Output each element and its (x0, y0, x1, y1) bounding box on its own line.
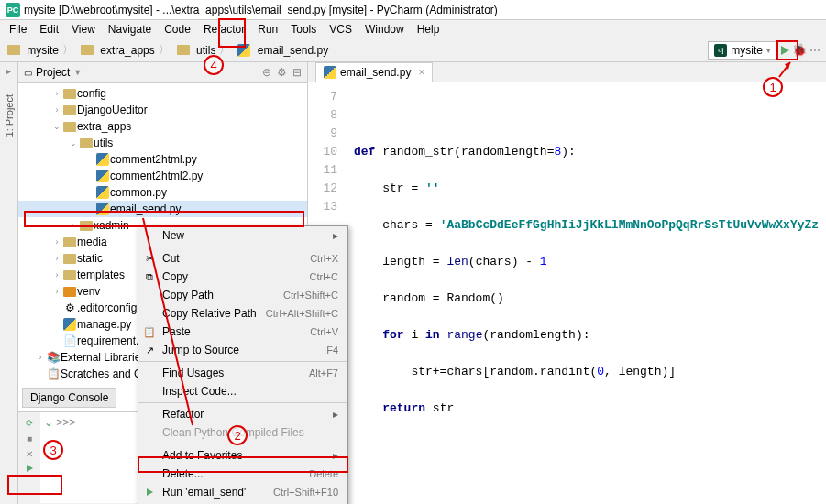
folder-icon: ▭ (24, 68, 32, 78)
ctx-refactor[interactable]: Refactor▸ (138, 405, 347, 423)
python-icon (237, 44, 250, 57)
menu-code[interactable]: Code (159, 21, 196, 38)
ctx-copy-path[interactable]: Copy PathCtrl+Shift+C (138, 286, 347, 304)
menu-edit[interactable]: Edit (34, 21, 64, 38)
paste-icon: 📋 (142, 326, 157, 338)
python-icon (96, 153, 109, 166)
folder-icon (63, 287, 76, 297)
ctx-clean[interactable]: Clean Python Compiled Files (138, 423, 347, 442)
ctx-paste[interactable]: 📋PasteCtrl+V (138, 323, 347, 341)
ctx-new[interactable]: New▸ (138, 226, 347, 245)
python-icon (96, 186, 109, 199)
library-icon: 📚 (46, 351, 61, 364)
crumb-root[interactable]: mysite〉 (6, 42, 77, 58)
folder-icon (63, 270, 76, 280)
tree-node-djangoueditor[interactable]: ›DjangoUeditor (18, 102, 307, 118)
tree-node-utils[interactable]: ⌄utils (18, 135, 307, 151)
play-icon[interactable] (27, 465, 33, 472)
tree-node-config[interactable]: ›config (18, 85, 307, 102)
django-icon: dj (714, 44, 727, 57)
chevron-down-icon: ▾ (766, 46, 771, 55)
run-button[interactable] (781, 46, 789, 55)
window-title: mysite [D:\webroot\mysite] - ...\extra_a… (24, 4, 498, 16)
gear-icon[interactable]: ⚙ (277, 66, 287, 79)
crumb-utils[interactable]: utils〉 (175, 42, 235, 58)
sidebar-project-tab[interactable]: 1: Project (4, 94, 15, 137)
menu-view[interactable]: View (66, 21, 101, 38)
folder-icon (7, 45, 20, 55)
play-icon (142, 487, 157, 498)
menu-window[interactable]: Window (359, 21, 410, 38)
scratches-icon: 📋 (46, 367, 61, 380)
python-icon (96, 170, 109, 182)
run-config-name: mysite (731, 44, 763, 57)
jump-icon: ↗ (142, 345, 157, 356)
ctx-copy[interactable]: ⧉CopyCtrl+C (138, 268, 347, 286)
ctx-jump[interactable]: ↗Jump to SourceF4 (138, 341, 347, 359)
tree-node-comment2html2[interactable]: comment2html2.py (18, 168, 307, 184)
ctx-favorites[interactable]: Add to Favorites▸ (138, 446, 347, 465)
collapse-all-icon[interactable]: ⊖ (262, 66, 271, 79)
tree-node-common[interactable]: common.py (18, 184, 307, 201)
folder-icon (81, 45, 94, 55)
crumb-file[interactable]: email_send.py (236, 44, 330, 57)
debug-button[interactable]: 🐞 (793, 44, 806, 57)
django-console-tool-button[interactable]: Django Console (22, 388, 116, 408)
console-prompt[interactable]: >>> (56, 416, 75, 429)
tree-node-extra-apps[interactable]: ⌄extra_apps (18, 118, 307, 135)
breadcrumb: mysite〉 extra_apps〉 utils〉 email_send.py (6, 42, 330, 58)
menu-navigate[interactable]: Navigate (103, 21, 157, 38)
left-sidebar-gutter: ▸ 1: Project (0, 62, 18, 504)
menu-run[interactable]: Run (252, 21, 283, 38)
code-body[interactable]: def random_str(randomlength=8): str = ''… (345, 82, 819, 504)
crumb-extra-apps[interactable]: extra_apps〉 (79, 42, 173, 58)
context-menu: New▸ ✂CutCtrl+X ⧉CopyCtrl+C Copy PathCtr… (138, 225, 348, 504)
chevron-down-icon[interactable]: ▼ (73, 68, 82, 77)
folder-icon (63, 105, 76, 115)
rerun-icon[interactable]: ⟳ (26, 418, 33, 428)
project-panel-title: ▭Project (24, 66, 70, 79)
ctx-cut[interactable]: ✂CutCtrl+X (138, 249, 347, 268)
folder-icon (80, 221, 93, 231)
folder-icon (177, 45, 190, 55)
menu-tools[interactable]: Tools (285, 21, 322, 38)
menu-file[interactable]: File (4, 21, 32, 38)
tree-node-comment2html[interactable]: comment2html.py (18, 151, 307, 168)
pycharm-icon: PC (6, 3, 20, 17)
file-icon: ⚙ (62, 301, 77, 314)
folder-icon (80, 138, 93, 148)
folder-icon (63, 254, 76, 264)
file-icon: 📄 (62, 334, 77, 347)
python-icon (63, 318, 76, 331)
code-editor[interactable]: 7 8 9 10 11 12 13 def random_str(randoml… (308, 82, 826, 504)
menubar: File Edit View Navigate Code Refactor Ru… (0, 20, 826, 38)
prompt-icon: ⌄ (44, 416, 53, 429)
title-bar: PC mysite [D:\webroot\mysite] - ...\extr… (0, 0, 826, 20)
cut-icon: ✂ (142, 253, 157, 265)
python-icon (324, 66, 336, 79)
folder-icon (63, 89, 76, 99)
tree-node-email-send[interactable]: email_send.py (18, 201, 307, 217)
folder-icon (63, 122, 76, 132)
toolbar: mysite〉 extra_apps〉 utils〉 email_send.py… (0, 38, 826, 62)
editor-area: email_send.py × 7 8 9 10 11 12 13 def ra… (308, 62, 826, 504)
menu-help[interactable]: Help (412, 21, 446, 38)
collapse-icon[interactable]: ▸ (6, 66, 11, 76)
ctx-inspect[interactable]: Inspect Code... (138, 382, 347, 400)
close-icon[interactable]: × (418, 66, 424, 79)
ctx-run[interactable]: Run 'email_send'Ctrl+Shift+F10 (138, 483, 347, 501)
ctx-delete[interactable]: Delete...Delete (138, 465, 347, 483)
ctx-copy-rel-path[interactable]: Copy Relative PathCtrl+Alt+Shift+C (138, 304, 347, 323)
menu-refactor[interactable]: Refactor (198, 21, 250, 38)
run-config-selector[interactable]: dj mysite ▾ (708, 41, 777, 60)
hide-icon[interactable]: ⊟ (292, 66, 302, 79)
ctx-find-usages[interactable]: Find UsagesAlt+F7 (138, 364, 347, 382)
folder-icon (63, 237, 76, 247)
close-icon[interactable]: ✕ (26, 449, 33, 459)
editor-tab-email-send[interactable]: email_send.py × (315, 62, 433, 82)
copy-icon: ⧉ (142, 271, 157, 283)
stop-icon[interactable]: ■ (27, 433, 32, 444)
menu-vcs[interactable]: VCS (324, 21, 358, 38)
python-icon (96, 203, 109, 215)
more-icon[interactable]: ⋯ (809, 44, 820, 57)
